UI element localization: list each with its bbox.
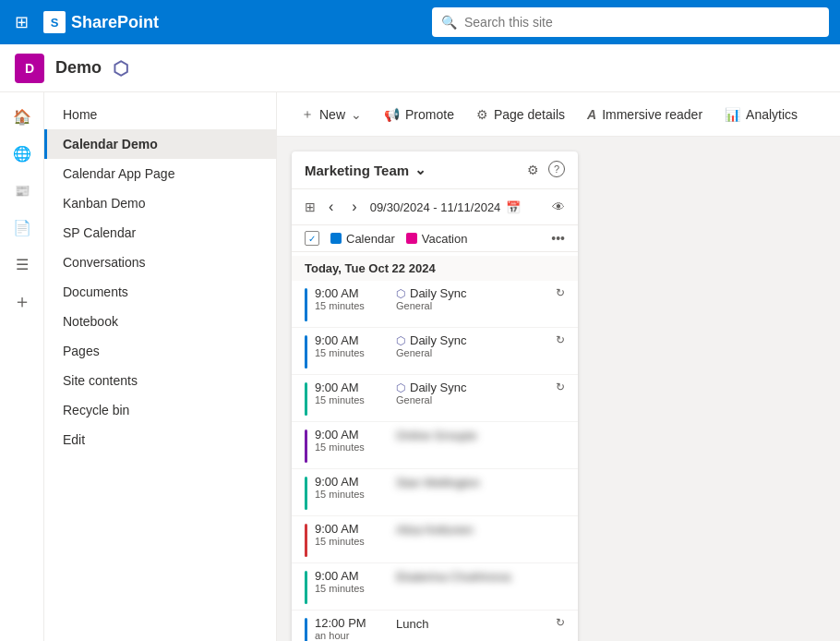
event-time: 12:00 PM an hour (315, 616, 389, 641)
calendar-date-icon: 📅 (506, 200, 521, 214)
vacation-legend-label: Vacation (422, 232, 468, 246)
event-time: 9:00 AM 15 minutes (315, 381, 389, 405)
calendar-help-icon[interactable]: ? (548, 161, 565, 177)
page-details-icon: ⚙ (476, 107, 488, 122)
event-title-blurred: Ekaterina Chukhnova (396, 570, 510, 584)
prev-button[interactable]: ‹ (323, 197, 339, 217)
event-color-bar (305, 524, 307, 557)
nav-list-icon[interactable]: ☰ (6, 248, 39, 281)
site-header: D Demo ⬡ (0, 44, 840, 92)
event-info: Online Groupie (396, 428, 565, 442)
event-item[interactable]: 9:00 AM 15 minutes ⬡ Daily Sync General … (292, 281, 578, 328)
nav-home-icon[interactable]: 🏠 (6, 100, 39, 133)
search-bar[interactable]: 🔍 (432, 7, 829, 37)
sidebar-item-home[interactable]: Home (44, 100, 276, 129)
event-color-bar (305, 618, 307, 641)
event-item[interactable]: 9:00 AM 15 minutes ⬡ Daily Sync General … (292, 328, 578, 375)
sidebar-item-notebook[interactable]: Notebook (44, 307, 276, 336)
site-title: Demo (55, 58, 102, 78)
event-title: Daily Sync (410, 333, 466, 347)
date-range: 09/30/2024 - 11/11/2024 📅 (370, 200, 522, 214)
promote-button[interactable]: 📢 Promote (375, 102, 463, 127)
team-chevron-icon: ⌄ (414, 162, 426, 178)
search-input[interactable] (464, 15, 820, 30)
event-info: Lunch (396, 616, 548, 631)
event-info: ⬡ Daily Sync General (396, 333, 548, 358)
event-color-bar (305, 335, 307, 369)
event-title-blurred: Stan Wellington (396, 476, 480, 490)
event-color-bar (305, 429, 307, 463)
event-info: ⬡ Daily Sync General (396, 286, 548, 311)
sidebar-label-calendar-demo: Calendar Demo (63, 137, 158, 151)
nav-add-icon[interactable]: ＋ (6, 284, 39, 318)
sidebar-item-pages[interactable]: Pages (44, 336, 276, 366)
sidebar-item-sp-calendar[interactable]: SP Calendar (44, 218, 276, 248)
new-chevron-icon: ⌄ (351, 107, 362, 122)
calendar-settings-icon[interactable]: ⚙ (525, 161, 541, 179)
event-color-bar (305, 571, 307, 604)
main-layout: 🏠 🌐 📰 📄 ☰ ＋ Home Calendar Demo Calendar … (0, 92, 840, 641)
event-item[interactable]: 9:00 AM 15 minutes ⬡ Daily Sync General … (292, 375, 578, 422)
sidebar-item-conversations[interactable]: Conversations (44, 248, 276, 277)
sidebar-item-site-contents[interactable]: Site contents (44, 366, 276, 395)
topbar: ⊞ S SharePoint 🔍 (0, 0, 840, 44)
analytics-icon: 📊 (725, 107, 740, 122)
vacation-dot (406, 233, 417, 244)
more-options-icon[interactable]: ••• (551, 231, 565, 246)
app-name: SharePoint (71, 13, 159, 32)
event-item[interactable]: 9:00 AM 15 minutes Online Groupie (292, 422, 578, 469)
event-color-bar (305, 477, 307, 510)
teams-icon[interactable]: ⬡ (113, 57, 128, 79)
recurring-icon: ↻ (556, 381, 565, 393)
immersive-label: Immersive reader (602, 107, 702, 122)
sidebar-item-documents[interactable]: Documents (44, 277, 276, 307)
sidebar-item-calendar-demo[interactable]: Calendar Demo (44, 129, 276, 159)
page-details-button[interactable]: ⚙ Page details (467, 102, 574, 127)
event-info: Ekaterina Chukhnova (396, 569, 565, 584)
sidebar-label-pages: Pages (63, 344, 100, 358)
event-subtitle: General (396, 300, 548, 311)
nav-page-icon[interactable]: 📄 (6, 211, 39, 244)
teams-meeting-icon: ⬡ (396, 381, 405, 394)
legend-checkbox[interactable]: ✓ (305, 231, 319, 246)
teams-meeting-icon: ⬡ (396, 334, 405, 347)
calendar-team-name[interactable]: Marketing Team ⌄ (305, 162, 426, 178)
event-item[interactable]: 12:00 PM an hour Lunch ↻ (292, 611, 578, 641)
new-plus-icon: ＋ (301, 106, 314, 123)
event-item[interactable]: 9:00 AM 15 minutes Alisa Kettunen (292, 516, 578, 563)
nav-globe-icon[interactable]: 🌐 (6, 137, 39, 170)
waffle-icon[interactable]: ⊞ (11, 8, 32, 36)
sidebar-label-calendar-app: Calendar App Page (63, 166, 174, 181)
recurring-icon: ↻ (556, 616, 565, 629)
event-color-bar (305, 288, 307, 321)
event-item[interactable]: 9:00 AM 15 minutes Ekaterina Chukhnova (292, 563, 578, 611)
sidebar: Home Calendar Demo Calendar App Page Kan… (44, 92, 277, 641)
icon-bar: 🏠 🌐 📰 📄 ☰ ＋ (0, 92, 44, 641)
sidebar-item-kanban[interactable]: Kanban Demo (44, 188, 276, 218)
nav-news-icon[interactable]: 📰 (6, 174, 39, 207)
event-item[interactable]: 9:00 AM 15 minutes Stan Wellington (292, 469, 578, 516)
event-info: Stan Wellington (396, 475, 565, 490)
sidebar-item-recycle-bin[interactable]: Recycle bin (44, 395, 276, 425)
calendar-legend: ✓ Calendar Vacation ••• (292, 225, 578, 252)
new-button[interactable]: ＋ New ⌄ (292, 101, 371, 128)
event-time: 9:00 AM 15 minutes (315, 569, 389, 594)
eye-icon[interactable]: 👁 (552, 200, 565, 214)
calendar-legend-label: Calendar (346, 232, 395, 246)
grid-view-icon[interactable]: ⊞ (305, 200, 316, 214)
legend-vacation: Vacation (406, 232, 468, 246)
sidebar-item-calendar-app[interactable]: Calendar App Page (44, 159, 276, 188)
immersive-reader-button[interactable]: A Immersive reader (578, 102, 712, 127)
analytics-label: Analytics (746, 107, 798, 122)
toolbar: ＋ New ⌄ 📢 Promote ⚙ Page details A Immer… (277, 92, 840, 137)
sidebar-label-home: Home (63, 107, 97, 122)
event-title: Lunch (396, 617, 428, 631)
events-container: Today, Tue Oct 22 2024 9:00 AM 15 minute… (292, 252, 578, 641)
promote-icon: 📢 (384, 107, 400, 122)
next-button[interactable]: › (346, 197, 362, 217)
event-title: Daily Sync (410, 286, 466, 300)
analytics-button[interactable]: 📊 Analytics (715, 102, 807, 127)
sidebar-label-notebook: Notebook (63, 314, 118, 329)
sidebar-item-edit[interactable]: Edit (44, 425, 276, 454)
legend-calendar: Calendar (330, 232, 395, 246)
